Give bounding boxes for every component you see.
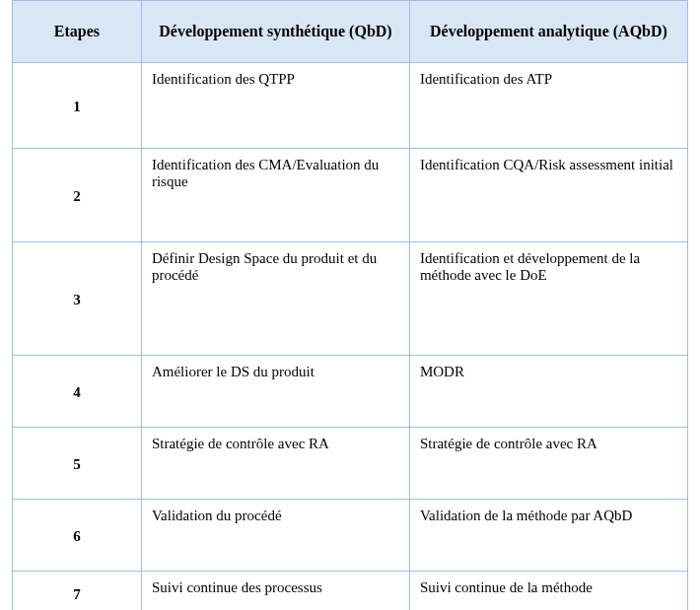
step-number: 4 [13,356,142,428]
cell-qbd: Validation du procédé [141,500,409,572]
step-number: 6 [13,500,142,572]
cell-aqbd: Suivi continue de la méthode [409,572,687,611]
step-number: 3 [13,242,142,356]
table-row: 2 Identification des CMA/Evaluation du r… [13,149,688,242]
header-aqbd: Développement analytique (AQbD) [409,1,687,63]
table-row: 1 Identification des QTPP Identification… [13,63,688,149]
cell-qbd: Améliorer le DS du produit [141,356,409,428]
cell-qbd: Identification des QTPP [141,63,409,149]
cell-aqbd: Identification CQA/Risk assessment initi… [409,149,687,242]
table-body: 1 Identification des QTPP Identification… [13,63,688,611]
step-number: 1 [13,63,142,149]
table-row: 5 Stratégie de contrôle avec RA Stratégi… [13,428,688,500]
cell-qbd: Définir Design Space du produit et du pr… [141,242,409,356]
cell-aqbd: Identification et développement de la mé… [409,242,687,356]
cell-aqbd: Identification des ATP [409,63,687,149]
table-row: 4 Améliorer le DS du produit MODR [13,356,688,428]
comparison-table: Etapes Développement synthétique (QbD) D… [12,0,688,610]
header-etapes: Etapes [13,1,142,63]
table-row: 3 Définir Design Space du produit et du … [13,242,688,356]
table-row: 7 Suivi continue des processus Suivi con… [13,572,688,611]
step-number: 2 [13,149,142,242]
page: Etapes Développement synthétique (QbD) D… [0,0,700,610]
cell-qbd: Identification des CMA/Evaluation du ris… [141,149,409,242]
cell-aqbd: Stratégie de contrôle avec RA [409,428,687,500]
table-header: Etapes Développement synthétique (QbD) D… [13,1,688,63]
step-number: 7 [13,572,142,611]
table-row: 6 Validation du procédé Validation de la… [13,500,688,572]
cell-qbd: Stratégie de contrôle avec RA [141,428,409,500]
cell-aqbd: MODR [409,356,687,428]
header-qbd: Développement synthétique (QbD) [141,1,409,63]
cell-qbd: Suivi continue des processus [141,572,409,611]
cell-aqbd: Validation de la méthode par AQbD [409,500,687,572]
step-number: 5 [13,428,142,500]
